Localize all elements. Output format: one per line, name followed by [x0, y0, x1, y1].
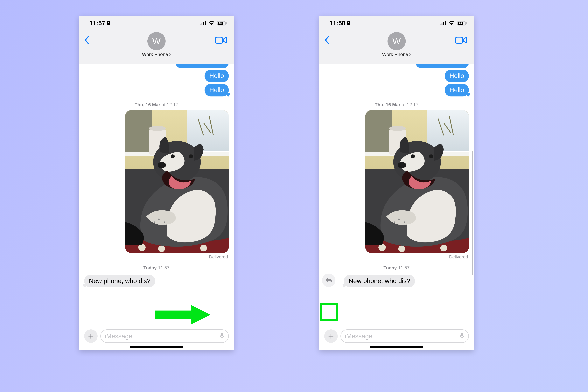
dictation-icon[interactable]	[460, 332, 464, 340]
chevron-right-icon	[169, 52, 171, 57]
svg-rect-2	[200, 24, 201, 25]
outgoing-message-partial[interactable]	[176, 64, 229, 68]
svg-rect-40	[427, 110, 469, 152]
wifi-icon	[208, 21, 215, 26]
timestamp-divider: Today 11:57	[319, 265, 474, 270]
timestamp-divider: Thu, 16 Mar at 12:17	[319, 102, 474, 108]
svg-rect-9	[215, 37, 222, 43]
svg-point-23	[154, 222, 155, 223]
svg-rect-11	[187, 110, 229, 152]
svg-rect-4	[203, 22, 204, 25]
svg-point-18	[138, 244, 146, 251]
status-bar: 11:57 68	[79, 16, 234, 29]
dictation-icon[interactable]	[220, 332, 224, 340]
message-thread[interactable]: Hello Hello Thu, 16 Mar at 12:17	[79, 64, 234, 328]
conversation-header: W Work Phone	[319, 29, 474, 64]
svg-rect-31	[440, 24, 441, 25]
svg-point-22	[164, 222, 165, 223]
outgoing-message[interactable]: Hello	[445, 70, 469, 82]
back-button[interactable]	[324, 36, 329, 45]
contact-avatar: W	[148, 32, 166, 50]
svg-point-19	[158, 246, 165, 252]
svg-point-45	[389, 126, 406, 131]
battery-icon: 68	[457, 21, 467, 26]
svg-point-20	[200, 245, 207, 252]
battery-level: 68	[219, 22, 222, 25]
home-indicator[interactable]	[130, 346, 183, 348]
incoming-message[interactable]: New phone, who dis?	[84, 275, 155, 288]
contact-avatar: W	[388, 32, 406, 50]
svg-rect-29	[347, 21, 350, 25]
svg-rect-30	[348, 22, 349, 23]
svg-point-54	[398, 162, 406, 168]
svg-rect-34	[445, 21, 446, 25]
outgoing-message-partial[interactable]	[416, 64, 469, 68]
phone-screenshot-1: 11:57 68	[79, 16, 234, 350]
battery-icon: 68	[217, 21, 227, 26]
contact-header-button[interactable]: W Work Phone	[382, 32, 411, 57]
svg-point-51	[404, 222, 405, 223]
message-thread[interactable]: Hello Hello Thu, 16 Mar at 12:17	[319, 64, 474, 328]
focus-indicator-icon	[107, 21, 110, 26]
outgoing-photo-message[interactable]	[365, 110, 469, 253]
cellular-signal-icon	[440, 21, 446, 25]
delivery-status: Delivered	[319, 253, 474, 260]
message-input[interactable]: iMessage	[340, 330, 469, 343]
svg-rect-37	[466, 22, 467, 24]
svg-rect-13	[125, 110, 152, 152]
svg-rect-33	[443, 22, 444, 25]
scrollbar-indicator	[472, 151, 473, 276]
svg-point-52	[394, 222, 395, 223]
timestamp-divider: Thu, 16 Mar at 12:17	[79, 102, 234, 108]
status-bar: 11:58 68	[319, 16, 474, 29]
svg-point-26	[171, 154, 175, 158]
svg-rect-8	[226, 22, 227, 24]
facetime-button[interactable]	[215, 36, 227, 45]
contact-name: Work Phone	[382, 52, 408, 57]
focus-indicator-icon	[347, 21, 351, 26]
status-time: 11:58	[330, 20, 346, 27]
incoming-message[interactable]: New phone, who dis?	[344, 275, 415, 288]
battery-level: 68	[459, 22, 462, 25]
message-input[interactable]: iMessage	[100, 330, 229, 343]
svg-rect-3	[201, 24, 202, 25]
svg-point-27	[189, 154, 193, 158]
svg-point-56	[429, 154, 433, 158]
home-indicator[interactable]	[370, 346, 423, 348]
svg-rect-1	[108, 22, 109, 23]
svg-point-25	[158, 162, 166, 168]
outgoing-photo-message[interactable]	[125, 110, 229, 253]
svg-point-55	[411, 154, 415, 158]
cellular-signal-icon	[200, 21, 206, 25]
svg-rect-5	[205, 21, 206, 25]
attach-button[interactable]	[84, 330, 98, 343]
svg-rect-42	[365, 110, 392, 152]
reply-arrow-icon	[325, 277, 333, 284]
message-input-placeholder: iMessage	[105, 332, 220, 340]
contact-header-button[interactable]: W Work Phone	[142, 32, 171, 57]
attach-button[interactable]	[324, 330, 338, 343]
svg-rect-38	[456, 37, 463, 43]
message-input-placeholder: iMessage	[345, 332, 460, 340]
conversation-header: W Work Phone	[79, 29, 234, 64]
svg-rect-57	[461, 333, 463, 336]
contact-name: Work Phone	[142, 52, 168, 57]
svg-point-47	[378, 244, 386, 251]
svg-rect-28	[221, 333, 223, 336]
delivery-status: Delivered	[79, 253, 234, 260]
facetime-button[interactable]	[455, 36, 467, 45]
svg-point-49	[440, 245, 447, 252]
back-button[interactable]	[84, 36, 89, 45]
svg-point-48	[398, 246, 405, 252]
wifi-icon	[449, 21, 455, 26]
svg-rect-0	[107, 21, 110, 25]
svg-rect-32	[442, 24, 442, 25]
svg-point-21	[158, 218, 160, 220]
outgoing-message[interactable]: Hello	[204, 70, 229, 82]
chevron-right-icon	[409, 52, 411, 57]
svg-point-50	[398, 218, 400, 220]
timestamp-divider: Today 11:57	[79, 265, 234, 270]
svg-point-16	[149, 126, 166, 131]
outgoing-message[interactable]: Hello	[445, 84, 469, 96]
outgoing-message[interactable]: Hello	[204, 84, 229, 96]
